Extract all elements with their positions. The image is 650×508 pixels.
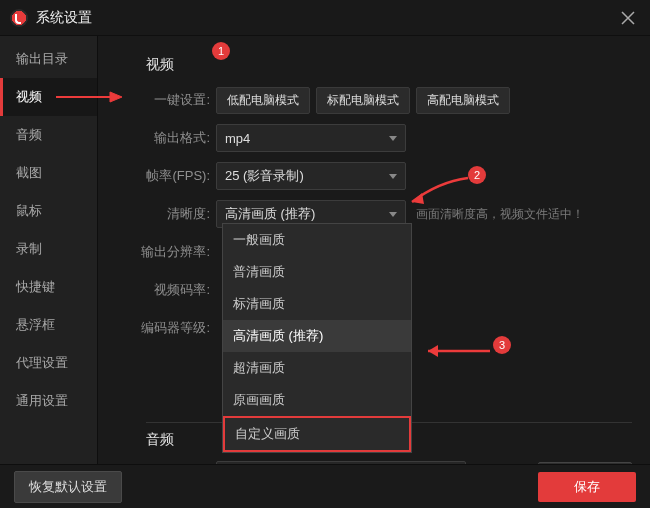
sidebar-item-label: 鼠标	[16, 203, 42, 218]
titlebar: 系统设置	[0, 0, 650, 36]
chevron-down-icon	[389, 174, 397, 179]
sidebar-item-mouse[interactable]: 鼠标	[0, 192, 97, 230]
window-title: 系统设置	[36, 9, 92, 27]
app-logo-icon	[10, 9, 28, 27]
sidebar: 输出目录 视频 音频 截图 鼠标 录制 快捷键 悬浮框 代理设置 通用设置	[0, 36, 98, 464]
sidebar-item-label: 录制	[16, 241, 42, 256]
sidebar-item-output-dir[interactable]: 输出目录	[0, 40, 97, 78]
row-fps: 帧率(FPS): 25 (影音录制)	[116, 162, 632, 190]
row-preset: 一键设置: 低配电脑模式 标配电脑模式 高配电脑模式	[116, 86, 632, 114]
label-clarity: 清晰度:	[116, 205, 216, 223]
row-output-format: 输出格式: mp4	[116, 124, 632, 152]
save-button[interactable]: 保存	[538, 472, 636, 502]
settings-window: 系统设置 输出目录 视频 音频 截图 鼠标 录制 快捷键 悬浮框 代理设置 通用…	[0, 0, 650, 508]
chevron-down-icon	[389, 136, 397, 141]
sidebar-item-screenshot[interactable]: 截图	[0, 154, 97, 192]
label-output-format: 输出格式:	[116, 129, 216, 147]
label-preset: 一键设置:	[116, 91, 216, 109]
sidebar-item-video[interactable]: 视频	[0, 78, 97, 116]
label-fps: 帧率(FPS):	[116, 167, 216, 185]
svg-marker-4	[428, 345, 438, 357]
clarity-option[interactable]: 超清画质	[223, 352, 411, 384]
sidebar-item-label: 快捷键	[16, 279, 55, 294]
sidebar-item-record[interactable]: 录制	[0, 230, 97, 268]
chevron-down-icon	[389, 212, 397, 217]
sidebar-item-label: 视频	[16, 89, 42, 104]
clarity-option-custom[interactable]: 自定义画质	[223, 416, 411, 452]
select-value: mp4	[225, 131, 250, 146]
select-value: 25 (影音录制)	[225, 167, 304, 185]
row-speaker: 扬声器: 默认设备 打开系统设置	[116, 461, 632, 464]
sidebar-item-label: 悬浮框	[16, 317, 55, 332]
clarity-option[interactable]: 一般画质	[223, 224, 411, 256]
clarity-dropdown: 一般画质 普清画质 标清画质 高清画质 (推荐) 超清画质 原画画质 自定义画质	[222, 223, 412, 453]
output-format-select[interactable]: mp4	[216, 124, 406, 152]
clarity-option[interactable]: 普清画质	[223, 256, 411, 288]
close-button[interactable]	[616, 6, 640, 30]
preset-standard-button[interactable]: 标配电脑模式	[316, 87, 410, 114]
annotation-arrow-icon	[414, 342, 492, 360]
open-system-settings-speaker-button[interactable]: 打开系统设置	[538, 462, 632, 465]
preset-high-button[interactable]: 高配电脑模式	[416, 87, 510, 114]
close-icon	[621, 11, 635, 25]
fps-select[interactable]: 25 (影音录制)	[216, 162, 406, 190]
section-title-video: 视频	[146, 56, 632, 74]
footer: 恢复默认设置 保存	[0, 464, 650, 508]
select-value: 高清画质 (推荐)	[225, 205, 315, 223]
restore-defaults-button[interactable]: 恢复默认设置	[14, 471, 122, 503]
sidebar-item-audio[interactable]: 音频	[0, 116, 97, 154]
preset-low-button[interactable]: 低配电脑模式	[216, 87, 310, 114]
speaker-select[interactable]: 默认设备	[216, 461, 466, 464]
label-encoder: 编码器等级:	[116, 319, 216, 337]
sidebar-item-label: 代理设置	[16, 355, 68, 370]
sidebar-item-label: 截图	[16, 165, 42, 180]
clarity-option[interactable]: 高清画质 (推荐)	[223, 320, 411, 352]
main-panel: 视频 一键设置: 低配电脑模式 标配电脑模式 高配电脑模式 输出格式: mp4 …	[98, 36, 650, 464]
sidebar-item-label: 通用设置	[16, 393, 68, 408]
sidebar-item-overlay[interactable]: 悬浮框	[0, 306, 97, 344]
sidebar-item-general[interactable]: 通用设置	[0, 382, 97, 420]
clarity-option[interactable]: 标清画质	[223, 288, 411, 320]
label-bitrate: 视频码率:	[116, 281, 216, 299]
sidebar-item-label: 输出目录	[16, 51, 68, 66]
sidebar-item-hotkey[interactable]: 快捷键	[0, 268, 97, 306]
clarity-option[interactable]: 原画画质	[223, 384, 411, 416]
label-resolution: 输出分辨率:	[116, 243, 216, 261]
body: 输出目录 视频 音频 截图 鼠标 录制 快捷键 悬浮框 代理设置 通用设置 视频…	[0, 36, 650, 464]
clarity-hint: 画面清晰度高，视频文件适中！	[416, 206, 584, 223]
sidebar-item-label: 音频	[16, 127, 42, 142]
sidebar-item-proxy[interactable]: 代理设置	[0, 344, 97, 382]
